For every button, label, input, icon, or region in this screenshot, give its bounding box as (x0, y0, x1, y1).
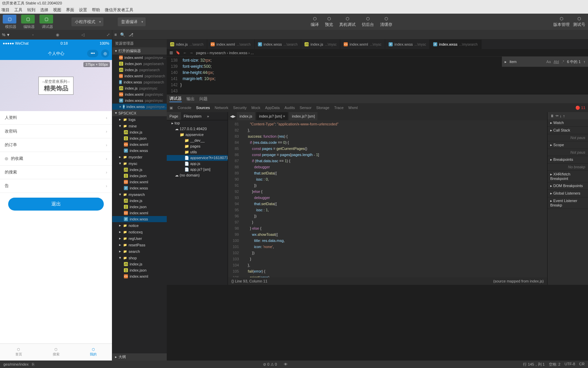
file-item[interactable]: <> index.wxml (112, 210, 167, 216)
profile-menu-item[interactable]: 的订单› (0, 138, 112, 152)
sources-sidebar-tab[interactable]: Filesystem (181, 112, 205, 120)
source-tree-item[interactable]: ▸ top (167, 120, 228, 126)
profile-menu-item[interactable]: 改密码› (0, 125, 112, 138)
tab-bar-item[interactable]: ⬡首页 (0, 344, 37, 361)
tab-bar-item[interactable]: ⬡搜索 (37, 344, 75, 361)
capsule-menu-icon[interactable]: ••• (87, 50, 98, 57)
folder-item[interactable]: ▸ 📁 resetPass (112, 242, 167, 248)
folder-item[interactable]: ▸ 📁 logs (112, 116, 167, 123)
open-file-item[interactable]: <>index.wxml pages\myse... (112, 55, 167, 61)
status-item[interactable]: 空格: 2 (549, 362, 560, 367)
menu-item[interactable]: 设置 (79, 7, 87, 13)
nav-fwd-icon[interactable]: → (190, 51, 193, 55)
open-file-item[interactable]: × #index.wxss pages\myse... (112, 104, 167, 110)
debug-panel-section[interactable]: ▸ Global Listeners (548, 190, 588, 197)
sources-sidebar-tab[interactable]: Page (167, 112, 181, 120)
eye-icon[interactable]: 👁 (284, 362, 288, 366)
devtools-subtab[interactable]: Audits (284, 106, 295, 110)
folder-item[interactable]: ▸ 📁 noticexq (112, 229, 167, 235)
menu-item[interactable]: 帮助 (92, 7, 100, 13)
capsule-close-icon[interactable]: ◎ (101, 49, 109, 58)
phone-tool-button[interactable]: ▢ (3, 15, 16, 24)
pause-icon[interactable]: ⏸ (550, 114, 554, 118)
outline-section[interactable]: ▸ 大纲 (112, 353, 167, 361)
code-tool-button[interactable]: ▢ (21, 15, 35, 24)
search-input[interactable] (509, 60, 543, 64)
project-section[interactable]: ▾ SPSCXCX (112, 110, 167, 116)
branch-icon[interactable]: ⎇ (129, 32, 133, 37)
menu-item[interactable]: 工具 (14, 7, 22, 13)
source-tree-item[interactable]: 📁 utils (167, 149, 228, 155)
source-code-tab[interactable]: index.js? [sm] × (256, 112, 288, 120)
status-item[interactable]: 行 145，列 1 (523, 362, 545, 367)
source-tree-item[interactable]: 📄 app.js? [sm] (167, 167, 228, 172)
profile-menu-item[interactable]: 人资料› (0, 111, 112, 125)
search-box[interactable]: ▸ AaAbl.* 6 中的 1 ↑ (502, 57, 588, 67)
expand-icon[interactable]: ⤢ (107, 32, 110, 37)
devtools-tab[interactable]: 调试器 (169, 96, 182, 102)
editor-tab[interactable]: <>index.wxml ...\mysc (340, 40, 385, 49)
editor-tab[interactable]: #index.wxss ...\mysc (385, 40, 430, 49)
file-item[interactable]: JS index.js (112, 261, 167, 267)
debug-panel-section[interactable]: ▸ DOM Breakpoints (548, 182, 588, 190)
devtools-subtab[interactable]: Security (233, 106, 247, 110)
menu-item[interactable]: 选择 (40, 7, 48, 13)
toolbar-button[interactable]: ⬡清缓存 (380, 16, 392, 28)
file-item[interactable]: {} index.json (112, 173, 167, 179)
devtools-subtab[interactable]: Sensor (299, 106, 311, 110)
bookmark-icon[interactable]: 🔖 (176, 50, 180, 55)
inspect-icon[interactable]: ▣ (169, 106, 173, 110)
devtools-subtab[interactable]: Console (178, 106, 191, 110)
mode-select[interactable]: 小程序模式 (71, 17, 103, 26)
editor-tab[interactable]: <>index.wxml ...\search (207, 40, 255, 49)
toolbar-button[interactable]: ⬡编译 (311, 16, 319, 28)
compile-select[interactable]: 普通编译 (118, 17, 146, 26)
sidebar-icon[interactable]: ▥ (169, 50, 173, 55)
step-in-icon[interactable]: ↓ (560, 114, 562, 118)
devtools-subtab[interactable]: AppData (265, 106, 280, 110)
editor-tab[interactable]: #index.wxss ...\search (255, 40, 301, 49)
logout-button[interactable]: 退出 (8, 198, 104, 211)
editor-tab[interactable]: JSndex.js ...\search (167, 40, 207, 49)
file-item[interactable]: # index.wxss (112, 185, 167, 191)
device-icon[interactable]: ▫ (32, 32, 34, 37)
devtools-subtab[interactable]: Network (215, 106, 228, 110)
nav-icon[interactable]: ◀▶ (230, 114, 235, 119)
open-file-item[interactable]: JSindex.js pages\search (112, 67, 167, 73)
folder-item[interactable]: ▸ 📁 notice (112, 222, 167, 229)
debug-panel-section[interactable]: ▸ Scope (548, 141, 588, 149)
open-editors-section[interactable]: ▾ 打开的编辑器 (112, 47, 167, 55)
file-item[interactable]: # index.wxss (112, 216, 167, 222)
source-tree-item[interactable]: ☁ 127.0.0.1:49420 (167, 126, 228, 132)
source-code-tab[interactable]: index.js? [sm] (289, 112, 317, 120)
source-tree-item[interactable]: 📁 __dev__ (167, 138, 228, 143)
file-item[interactable]: {} index.json (112, 204, 167, 210)
debug-panel-section[interactable]: ▸ Event Listener Breakp (548, 197, 588, 209)
source-tree-item[interactable]: 📄 appservice?t=161807121360 (167, 155, 228, 161)
devtools-subtab[interactable]: Mock (251, 106, 260, 110)
source-code-tab[interactable]: index.js (237, 112, 255, 120)
debug-panel-section[interactable]: ▸ Watch (548, 119, 588, 127)
nav-back-icon[interactable]: ← (183, 51, 187, 55)
folder-item[interactable]: ▸ 📁 myorder (112, 154, 167, 160)
editor-tab[interactable]: JSindex.js ...\mysc (301, 40, 340, 49)
folder-item[interactable]: ▾ 📁 mysc (112, 160, 167, 167)
source-tree-item[interactable]: 📁 pages (167, 143, 228, 149)
profile-menu-item[interactable]: 的搜索› (0, 166, 112, 179)
menu-icon[interactable]: ≡ (114, 32, 117, 37)
menu-item[interactable]: 视图 (53, 7, 61, 13)
toolbar-button[interactable]: ⬡测试号 (573, 16, 585, 28)
file-item[interactable]: <> index.wxml (112, 179, 167, 185)
source-tree-item[interactable]: 📁 appservice (167, 132, 228, 138)
tab-bar-item[interactable]: ⬡我的 (75, 344, 112, 361)
profile-menu-item[interactable]: 告› (0, 179, 112, 193)
folder-item[interactable]: ▾ 📁 mine (112, 123, 167, 129)
step-over-icon[interactable]: ⤼ (555, 113, 558, 118)
open-file-item[interactable]: #index.wxss pages\mysc (112, 97, 167, 104)
file-item[interactable]: {} index.json (112, 135, 167, 141)
file-item[interactable]: JS index.js (112, 167, 167, 173)
profile-menu-item[interactable]: 的收藏› (0, 152, 112, 166)
devtools-subtab[interactable]: Sources (196, 106, 210, 110)
menu-item[interactable]: 微信开发者工具 (105, 7, 133, 13)
open-file-item[interactable]: #index.wxss pages\search (112, 79, 167, 85)
